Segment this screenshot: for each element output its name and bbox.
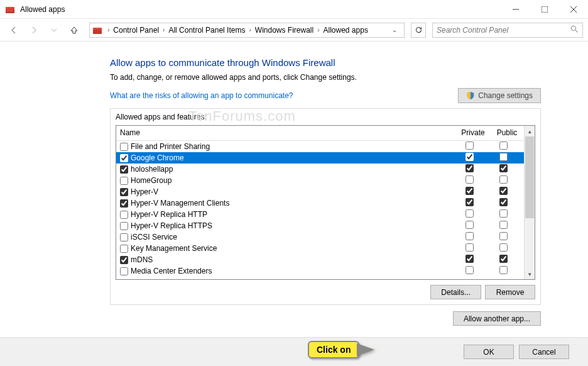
change-settings-button[interactable]: Change settings	[458, 88, 541, 103]
private-checkbox[interactable]	[466, 255, 474, 263]
navbar: › Control Panel › All Control Panel Item…	[0, 19, 588, 42]
vertical-scrollbar[interactable]: ▴ ▾	[524, 126, 535, 279]
private-checkbox[interactable]	[466, 221, 474, 229]
private-checkbox[interactable]	[466, 209, 474, 218]
private-checkbox[interactable]	[466, 153, 474, 161]
app-enabled-checkbox[interactable]	[120, 256, 128, 264]
back-button[interactable]	[5, 21, 23, 39]
apps-table: Name Private Public File and Printer Sha…	[116, 125, 535, 280]
allow-another-button[interactable]: Allow another app...	[453, 311, 541, 326]
svg-rect-11	[93, 28, 95, 30]
breadcrumb-item[interactable]: Allowed apps	[322, 26, 369, 35]
search-box[interactable]	[432, 23, 583, 38]
app-enabled-checkbox[interactable]	[120, 245, 128, 253]
table-row[interactable]: HomeGroup	[116, 175, 524, 186]
breadcrumb-item[interactable]: Windows Firewall	[254, 26, 315, 35]
app-enabled-checkbox[interactable]	[120, 154, 128, 162]
search-icon[interactable]	[570, 25, 579, 35]
maximize-button[interactable]	[530, 0, 559, 19]
app-enabled-checkbox[interactable]	[120, 188, 128, 196]
scroll-thumb[interactable]	[525, 136, 534, 218]
column-name[interactable]: Name	[116, 126, 456, 140]
app-enabled-checkbox[interactable]	[120, 267, 128, 275]
app-enabled-checkbox[interactable]	[120, 233, 128, 241]
recent-dropdown[interactable]	[45, 21, 63, 39]
breadcrumb[interactable]: › Control Panel › All Control Panel Item…	[89, 23, 405, 38]
chevron-right-icon[interactable]: ›	[160, 26, 167, 33]
public-checkbox[interactable]	[499, 175, 508, 184]
ok-button[interactable]: OK	[464, 345, 514, 359]
app-enabled-checkbox[interactable]	[120, 143, 128, 151]
remove-button[interactable]: Remove	[485, 285, 535, 299]
forward-button[interactable]	[25, 21, 43, 39]
svg-rect-7	[542, 6, 548, 13]
search-input[interactable]	[437, 26, 570, 35]
table-row[interactable]: Key Management Service	[116, 243, 524, 254]
svg-rect-1	[6, 7, 8, 9]
app-enabled-checkbox[interactable]	[120, 211, 128, 219]
details-button[interactable]: Details...	[430, 285, 481, 299]
svg-line-15	[575, 30, 577, 32]
chevron-down-icon[interactable]: ⌄	[388, 26, 401, 33]
svg-point-14	[571, 26, 575, 30]
table-rows: File and Printer SharingGoogle Chromehol…	[116, 141, 524, 277]
private-checkbox[interactable]	[466, 164, 474, 172]
app-name: mDNS	[131, 255, 452, 264]
public-checkbox[interactable]	[499, 141, 508, 150]
public-checkbox[interactable]	[499, 243, 508, 252]
public-checkbox[interactable]	[499, 255, 508, 263]
up-button[interactable]	[65, 21, 83, 39]
cancel-button[interactable]: Cancel	[519, 345, 569, 359]
svg-rect-13	[99, 28, 102, 30]
chevron-right-icon[interactable]: ›	[315, 26, 322, 33]
table-row[interactable]: Hyper-V Replica HTTPS	[116, 220, 524, 231]
private-checkbox[interactable]	[466, 198, 474, 206]
breadcrumb-item[interactable]: All Control Panel Items	[167, 26, 246, 35]
public-checkbox[interactable]	[499, 153, 508, 161]
table-row[interactable]: mDNS	[116, 254, 524, 265]
close-button[interactable]	[559, 0, 588, 19]
table-row[interactable]: Google Chrome	[116, 152, 524, 164]
public-checkbox[interactable]	[499, 164, 508, 172]
app-enabled-checkbox[interactable]	[120, 177, 128, 185]
refresh-button[interactable]	[411, 23, 426, 38]
public-checkbox[interactable]	[499, 198, 508, 206]
public-checkbox[interactable]	[499, 266, 508, 274]
private-checkbox[interactable]	[466, 266, 474, 274]
public-checkbox[interactable]	[499, 232, 508, 240]
app-name: Hyper-V Replica HTTP	[131, 210, 452, 219]
app-enabled-checkbox[interactable]	[120, 199, 128, 208]
risk-link[interactable]: What are the risks of allowing an app to…	[110, 91, 293, 100]
column-private[interactable]: Private	[456, 126, 490, 140]
private-checkbox[interactable]	[466, 187, 474, 195]
page-subheading: To add, change, or remove allowed apps a…	[110, 73, 541, 82]
table-row[interactable]: Media Center Extenders	[116, 265, 524, 277]
table-row[interactable]: Hyper-V Management Clients	[116, 197, 524, 209]
private-checkbox[interactable]	[466, 243, 474, 252]
table-row[interactable]: holoshellapp	[116, 164, 524, 175]
content-area: Allow apps to communicate through Window…	[0, 42, 588, 332]
app-enabled-checkbox[interactable]	[120, 165, 128, 174]
shield-icon	[466, 91, 475, 100]
scroll-down-button[interactable]: ▾	[525, 269, 535, 279]
public-checkbox[interactable]	[499, 209, 508, 218]
column-public[interactable]: Public	[490, 126, 524, 140]
table-row[interactable]: iSCSI Service	[116, 231, 524, 243]
table-row[interactable]: File and Printer Sharing	[116, 141, 524, 152]
table-row[interactable]: Hyper-V Replica HTTP	[116, 209, 524, 220]
breadcrumb-item[interactable]: Control Panel	[112, 26, 160, 35]
minimize-button[interactable]	[501, 0, 530, 19]
public-checkbox[interactable]	[499, 187, 508, 195]
chevron-right-icon[interactable]: ›	[105, 26, 112, 33]
app-name: File and Printer Sharing	[131, 142, 452, 151]
private-checkbox[interactable]	[466, 232, 474, 240]
svg-rect-12	[96, 28, 99, 30]
firewall-icon	[92, 25, 102, 35]
private-checkbox[interactable]	[466, 141, 474, 150]
public-checkbox[interactable]	[499, 221, 508, 229]
table-row[interactable]: Hyper-V	[116, 186, 524, 197]
private-checkbox[interactable]	[466, 175, 474, 184]
app-enabled-checkbox[interactable]	[120, 222, 128, 230]
chevron-right-icon[interactable]: ›	[246, 26, 253, 33]
scroll-up-button[interactable]: ▴	[525, 126, 535, 136]
